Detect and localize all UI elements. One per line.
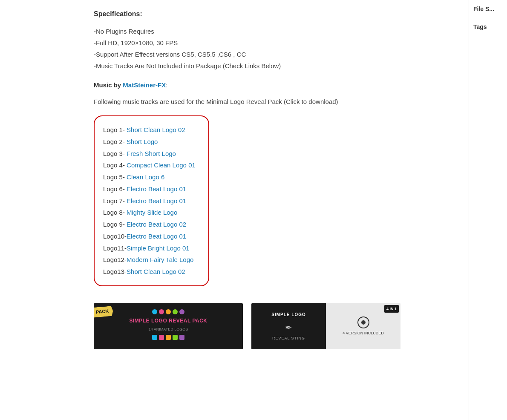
- logo-link-9[interactable]: Electro Beat Logo 02: [127, 221, 186, 228]
- thumb2-left: SIMPLE LOGO ✒ REVEAL STING: [251, 303, 326, 349]
- logo-item-8: Logo 8- Mighty Slide Logo: [103, 207, 196, 219]
- tags-label: Tags: [469, 18, 507, 36]
- logo-link-10[interactable]: Electro Beat Logo 01: [127, 233, 186, 240]
- logo-item-2: Logo 2- Short Logo: [103, 136, 196, 148]
- logo-item-7: Logo 7- Electro Beat Logo 01: [103, 195, 196, 207]
- logo-link-11[interactable]: Simple Bright Logo 01: [127, 245, 190, 252]
- logo-link-13[interactable]: Short Clean Logo 02: [127, 268, 185, 275]
- spec-item-4: -Music Tracks Are Not Included into Pack…: [94, 60, 456, 72]
- music-by-prefix: Music by: [94, 81, 123, 89]
- following-text: Following music tracks are used for the …: [94, 96, 456, 107]
- logo-link-12[interactable]: Modern Fairy Tale Logo: [127, 256, 193, 263]
- logo-link-2[interactable]: Short Logo: [127, 138, 158, 145]
- signature-icon: ✒: [285, 321, 292, 334]
- logo-link-8[interactable]: Mighty Slide Logo: [127, 209, 177, 216]
- spec-item-3: -Support After Effecst versions CS5, CS5…: [94, 49, 456, 60]
- logo-item-4: Logo 4- Compact Clean Logo 01: [103, 159, 196, 171]
- logo-link-4[interactable]: Compact Clean Logo 01: [127, 161, 196, 169]
- specifications-title: Specifications:: [94, 9, 456, 20]
- thumb2-title: SIMPLE LOGO: [271, 311, 305, 318]
- specifications-list: -No Plugins Requires -Full HD, 1920×1080…: [94, 26, 456, 72]
- logo-link-5[interactable]: Clean Logo 6: [127, 173, 164, 181]
- right-sidebar: File S... Tags: [469, 0, 507, 420]
- color-circles: [152, 309, 184, 314]
- logo-link-3[interactable]: Fresh Short Logo: [127, 150, 176, 157]
- thumbnail-2[interactable]: SIMPLE LOGO ✒ REVEAL STING 4 VERSION INC…: [251, 303, 400, 349]
- logo-item-9: Logo 9- Electro Beat Logo 02: [103, 219, 196, 230]
- music-by-section: Music by MatSteiner-FX:: [94, 80, 456, 90]
- logo-item-6: Logo 6- Electro Beat Logo 01: [103, 183, 196, 195]
- thumb2-version: 4 VERSION INCLUDED: [343, 330, 384, 336]
- badge-4in1: 4 IN 1: [384, 305, 399, 313]
- logo-list-box: Logo 1- Short Clean Logo 02 Logo 2- Shor…: [94, 115, 209, 286]
- logo-link-7[interactable]: Electro Beat Logo 01: [127, 197, 186, 204]
- logo-item-1: Logo 1- Short Clean Logo 02: [103, 124, 196, 136]
- logo-link-1[interactable]: Short Clean Logo 02: [127, 126, 185, 133]
- logo-item-13: Logo13-Short Clean Logo 02: [103, 266, 196, 278]
- logo-item-11: Logo11-Simple Bright Logo 01: [103, 242, 196, 254]
- logo-item-10: Logo10-Electro Beat Logo 01: [103, 230, 196, 242]
- spec-item-1: -No Plugins Requires: [94, 26, 456, 37]
- thumbnail-1[interactable]: PACK SIMPLE LOGO REVEAL PACK 14 ANIMATED…: [94, 303, 243, 349]
- logo-item-3: Logo 3- Fresh Short Logo: [103, 148, 196, 160]
- logo-link-6[interactable]: Electro Beat Logo 01: [127, 185, 186, 193]
- circle-icon: [357, 316, 369, 328]
- thumb2-reveal-sting: REVEAL STING: [272, 335, 305, 341]
- thumb1-subtitle: 14 ANIMATED LOGOS: [149, 326, 188, 332]
- color-squares: [152, 335, 184, 340]
- logo-list: Logo 1- Short Clean Logo 02 Logo 2- Shor…: [94, 115, 209, 286]
- music-author-link[interactable]: MatSteiner-FX: [123, 81, 166, 89]
- music-by-suffix: :: [166, 81, 167, 89]
- logo-item-12: Logo12-Modern Fairy Tale Logo: [103, 254, 196, 266]
- thumb1-title: SIMPLE LOGO REVEAL PACK: [129, 317, 207, 325]
- pack-badge: PACK: [94, 306, 113, 318]
- thumbnails-row: PACK SIMPLE LOGO REVEAL PACK 14 ANIMATED…: [94, 303, 456, 349]
- logo-item-5: Logo 5- Clean Logo 6: [103, 171, 196, 183]
- file-size-label: File S...: [469, 0, 507, 18]
- spec-item-2: -Full HD, 1920×1080, 30 FPS: [94, 37, 456, 49]
